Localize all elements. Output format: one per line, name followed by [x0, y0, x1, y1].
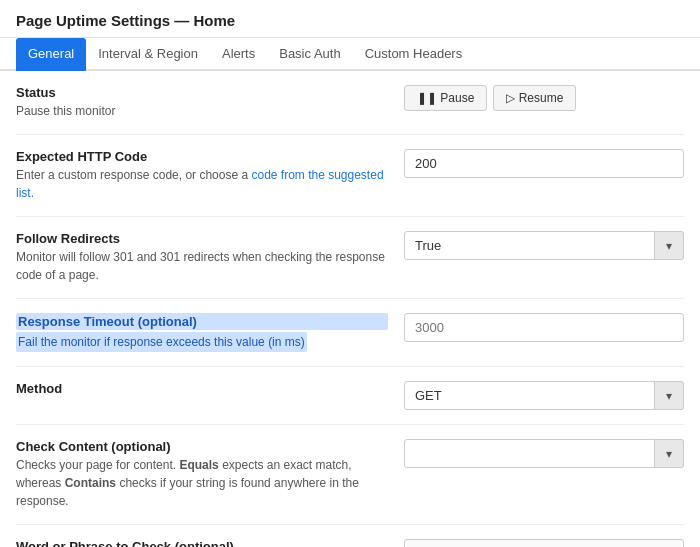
word-phrase-textarea[interactable] [404, 539, 684, 547]
word-phrase-section: Word or Phrase to Check (optional) The s… [16, 525, 684, 547]
response-timeout-input[interactable] [404, 313, 684, 342]
method-select-wrapper: GET POST PUT DELETE HEAD PATCH [404, 381, 684, 410]
method-right: GET POST PUT DELETE HEAD PATCH [404, 381, 684, 410]
word-phrase-right [404, 539, 684, 547]
http-code-left: Expected HTTP Code Enter a custom respon… [16, 149, 388, 202]
tab-interval-region[interactable]: Interval & Region [86, 38, 210, 71]
tabs-bar: General Interval & Region Alerts Basic A… [0, 38, 700, 71]
status-section: Status Pause this monitor ❚❚ Pause ▷ Res… [16, 71, 684, 135]
tab-custom-headers[interactable]: Custom Headers [353, 38, 475, 71]
check-content-right: Equals Contains [404, 439, 684, 468]
check-content-select-wrapper: Equals Contains [404, 439, 684, 468]
response-timeout-right [404, 313, 684, 342]
check-content-description: Checks your page for content. Equals exp… [16, 456, 388, 510]
equals-label: Equals [179, 458, 218, 472]
pause-button[interactable]: ❚❚ Pause [404, 85, 487, 111]
http-code-description: Enter a custom response code, or choose … [16, 166, 388, 202]
check-content-section: Check Content (optional) Checks your pag… [16, 425, 684, 525]
tab-basic-auth[interactable]: Basic Auth [267, 38, 352, 71]
follow-redirects-description: Monitor will follow 301 and 301 redirect… [16, 248, 388, 284]
status-label: Status [16, 85, 388, 100]
follow-redirects-left: Follow Redirects Monitor will follow 301… [16, 231, 388, 284]
http-code-right [404, 149, 684, 178]
follow-redirects-right: True False [404, 231, 684, 260]
main-content: Status Pause this monitor ❚❚ Pause ▷ Res… [0, 71, 700, 547]
word-phrase-label: Word or Phrase to Check (optional) [16, 539, 388, 547]
http-code-section: Expected HTTP Code Enter a custom respon… [16, 135, 684, 217]
status-left: Status Pause this monitor [16, 85, 388, 120]
response-timeout-section: Response Timeout (optional) Fail the mon… [16, 299, 684, 367]
tab-alerts[interactable]: Alerts [210, 38, 267, 71]
status-right: ❚❚ Pause ▷ Resume [404, 85, 684, 111]
http-code-input[interactable] [404, 149, 684, 178]
http-code-label: Expected HTTP Code [16, 149, 388, 164]
resume-button[interactable]: ▷ Resume [493, 85, 576, 111]
check-content-left: Check Content (optional) Checks your pag… [16, 439, 388, 510]
follow-redirects-label: Follow Redirects [16, 231, 388, 246]
contains-label: Contains [65, 476, 116, 490]
tab-general[interactable]: General [16, 38, 86, 71]
follow-redirects-section: Follow Redirects Monitor will follow 301… [16, 217, 684, 299]
follow-redirects-select[interactable]: True False [404, 231, 684, 260]
page-header: Page Uptime Settings — Home [0, 0, 700, 38]
method-left: Method [16, 381, 388, 398]
response-timeout-label: Response Timeout (optional) [16, 313, 388, 330]
method-label: Method [16, 381, 388, 396]
method-section: Method GET POST PUT DELETE HEAD PATCH [16, 367, 684, 425]
word-phrase-left: Word or Phrase to Check (optional) The s… [16, 539, 388, 547]
check-content-desc-part1: Checks your page for content. [16, 458, 179, 472]
response-timeout-left: Response Timeout (optional) Fail the mon… [16, 313, 388, 352]
method-select[interactable]: GET POST PUT DELETE HEAD PATCH [404, 381, 684, 410]
follow-redirects-select-wrapper: True False [404, 231, 684, 260]
http-code-desc-text: Enter a custom response code, or choose … [16, 168, 251, 182]
page-title: Page Uptime Settings — Home [16, 12, 235, 29]
check-content-select[interactable]: Equals Contains [404, 439, 684, 468]
response-timeout-description: Fail the monitor if response exceeds thi… [16, 332, 307, 352]
status-description: Pause this monitor [16, 102, 388, 120]
check-content-label: Check Content (optional) [16, 439, 388, 454]
